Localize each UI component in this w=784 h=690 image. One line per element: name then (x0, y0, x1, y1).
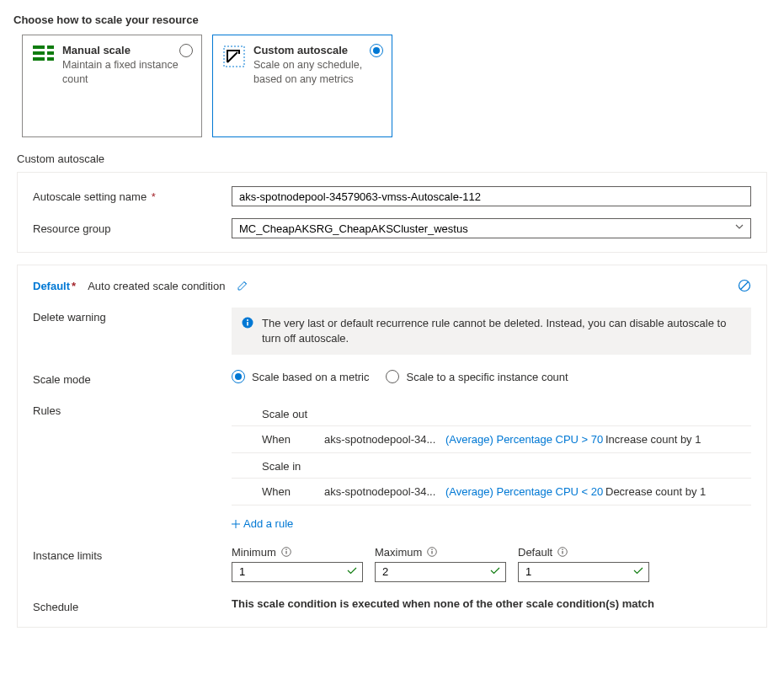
instance-limits-label: Instance limits (33, 546, 232, 562)
scale-in-rule-row[interactable]: When aks-spotnodepool-34... (Average) Pe… (232, 479, 751, 505)
scale-in-heading: Scale in (232, 453, 751, 479)
max-limit-label: Maximum (375, 546, 422, 559)
choose-how-heading: Choose how to scale your resource (13, 13, 771, 26)
condition-name-text: Auto created scale condition (88, 280, 225, 292)
autoscale-setting-panel: Autoscale setting name * Resource group (17, 172, 767, 253)
info-outline-icon[interactable] (557, 547, 568, 557)
schedule-label: Schedule (33, 597, 232, 613)
manual-scale-title: Manual scale (62, 44, 191, 56)
scale-mode-metric-radio[interactable]: Scale based on a metric (232, 370, 369, 383)
edit-condition-name-button[interactable] (237, 280, 248, 292)
svg-rect-8 (285, 551, 286, 554)
plus-icon (232, 520, 240, 528)
svg-line-3 (741, 282, 749, 290)
svg-rect-11 (432, 551, 433, 554)
rule-when-label: When (262, 485, 324, 498)
check-icon (489, 564, 501, 576)
delete-warning-info: The very last or default recurrence rule… (232, 308, 751, 355)
delete-warning-text: The very last or default recurrence rule… (262, 316, 741, 346)
scale-out-action: Increase count by 1 (605, 433, 701, 446)
custom-autoscale-radio[interactable] (370, 44, 383, 57)
scale-out-resource: aks-spotnodepool-34... (324, 433, 445, 446)
default-condition-label: Default* (33, 280, 76, 292)
manual-scale-card[interactable]: Manual scale Maintain a fixed instance c… (22, 35, 202, 137)
scale-mode-instance-radio[interactable]: Scale to a specific instance count (386, 370, 568, 383)
svg-rect-5 (247, 322, 248, 326)
min-limit-input[interactable] (232, 562, 363, 582)
svg-point-9 (285, 549, 287, 551)
autoscale-name-input[interactable] (232, 186, 751, 206)
svg-rect-14 (563, 551, 563, 554)
check-icon (632, 564, 644, 576)
resource-group-label: Resource group (33, 222, 232, 235)
scale-out-metric-link[interactable]: (Average) Percentage CPU > 70 (445, 433, 605, 446)
check-icon (346, 564, 358, 576)
scale-out-heading: Scale out (232, 401, 751, 426)
svg-line-1 (227, 52, 237, 62)
info-outline-icon[interactable] (281, 547, 291, 557)
scale-mode-metric-label: Scale based on a metric (252, 371, 369, 383)
info-icon (242, 317, 253, 329)
scale-mode-instance-label: Scale to a specific instance count (406, 371, 568, 383)
default-limit-label: Default (518, 546, 552, 559)
default-limit-input[interactable] (518, 562, 649, 582)
autoscale-name-label: Autoscale setting name * (33, 190, 232, 203)
info-outline-icon[interactable] (427, 547, 437, 557)
add-rule-button[interactable]: Add a rule (232, 517, 293, 530)
scale-option-cards: Manual scale Maintain a fixed instance c… (22, 35, 771, 137)
scale-mode-label: Scale mode (33, 370, 232, 386)
custom-autoscale-card[interactable]: Custom autoscale Scale on any schedule, … (212, 35, 392, 137)
max-limit-input[interactable] (375, 562, 506, 582)
custom-autoscale-heading: Custom autoscale (17, 152, 771, 165)
autoscale-chart-icon (223, 45, 245, 67)
custom-autoscale-title: Custom autoscale (253, 44, 381, 56)
add-rule-label: Add a rule (243, 517, 293, 530)
svg-point-15 (562, 549, 563, 551)
scale-in-action: Decrease count by 1 (605, 485, 706, 498)
required-asterisk: * (148, 190, 156, 203)
custom-autoscale-desc: Scale on any schedule, based on any metr… (253, 58, 381, 87)
default-condition-panel: Default* Auto created scale condition De… (17, 265, 767, 628)
delete-disabled-icon (738, 279, 751, 292)
svg-point-6 (247, 319, 248, 321)
resource-group-select[interactable] (232, 218, 751, 238)
delete-warning-label: Delete warning (33, 308, 232, 324)
scale-in-metric-link[interactable]: (Average) Percentage CPU < 20 (445, 485, 605, 498)
svg-point-12 (432, 549, 434, 551)
scale-in-resource: aks-spotnodepool-34... (324, 485, 445, 498)
rule-when-label: When (262, 433, 324, 446)
rules-label: Rules (33, 401, 232, 417)
manual-scale-icon (33, 45, 54, 61)
min-limit-label: Minimum (232, 546, 276, 559)
manual-scale-radio[interactable] (179, 44, 193, 57)
manual-scale-desc: Maintain a fixed instance count (62, 58, 191, 87)
scale-out-rule-row[interactable]: When aks-spotnodepool-34... (Average) Pe… (232, 426, 751, 453)
schedule-text: This scale condition is executed when no… (232, 597, 751, 610)
